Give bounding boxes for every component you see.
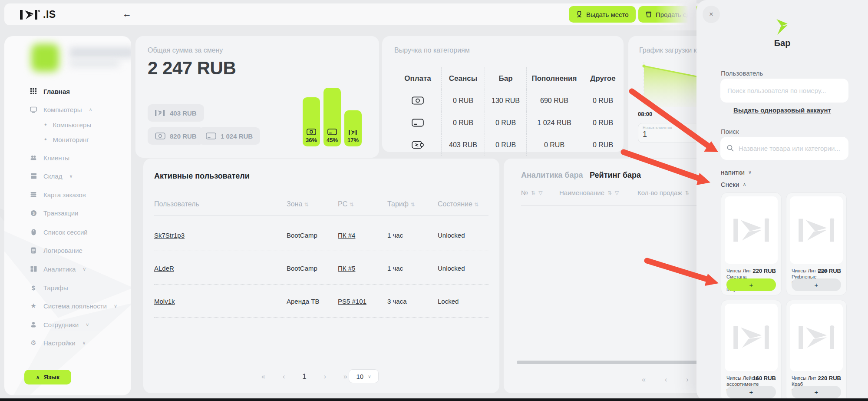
column-header-state[interactable]: Состояние ⇅ <box>438 200 479 208</box>
sort-icon: ⇅ <box>410 202 415 208</box>
column-header-number[interactable]: №⇅▽ <box>521 189 542 196</box>
sidebar-item-staff[interactable]: Сотрудники ∨ <box>30 320 89 329</box>
sidebar-subitem-monitoring[interactable]: • Мониторинг <box>44 135 89 144</box>
column-header-zone[interactable]: Зона ⇅ <box>287 200 309 208</box>
column-header-sales[interactable]: Кол-во продаж⇅ <box>637 189 689 196</box>
user-search-input[interactable] <box>720 79 848 103</box>
person-icon <box>30 321 37 328</box>
revenue-by-category-card: Выручка по категориям Оплата Сеансы Бар … <box>382 36 624 152</box>
drink-cup-icon <box>645 11 652 18</box>
close-icon[interactable]: × <box>703 6 720 23</box>
tab-bar-analytics[interactable]: Аналитика бара <box>521 171 583 180</box>
last-page-button[interactable]: » <box>343 373 347 381</box>
category-snacks[interactable]: Снеки ∧ <box>721 181 746 188</box>
row-divider <box>154 251 488 251</box>
add-to-cart-button[interactable]: + <box>792 278 841 291</box>
pc-link[interactable]: ПК #4 <box>338 232 355 239</box>
chevron-down-icon: ∨ <box>69 173 73 179</box>
card-chip: 1 024 RUB <box>198 127 260 145</box>
pc-link[interactable]: PS5 #101 <box>338 298 366 305</box>
next-page-button[interactable]: › <box>324 373 326 381</box>
issue-seat-button[interactable]: Выдать место <box>569 6 636 23</box>
bar-percent: 17% <box>347 137 359 143</box>
zone-cell: BootCamp <box>287 232 317 239</box>
pc-link[interactable]: ПК #5 <box>338 265 355 272</box>
tab-bar-rating[interactable]: Рейтинг бара <box>590 171 641 180</box>
ri-logo-icon <box>20 9 42 20</box>
dollar-icon: $ <box>30 284 37 292</box>
chevron-down-icon: ∨ <box>86 322 89 328</box>
bar-sale-panel: × Бар Пользователь Выдать одноразовый ак… <box>696 0 868 401</box>
one-time-account-link[interactable]: Выдать одноразовый аккаунт <box>696 106 868 114</box>
prev-page-button[interactable]: ‹ <box>283 373 285 381</box>
sidebar-item-loyalty[interactable]: ★ Система лояльности ∨ <box>30 302 117 310</box>
user-link[interactable]: Molv1k <box>154 298 175 305</box>
user-link[interactable]: Sk7Str1p3 <box>154 232 185 239</box>
sort-icon: ⇅ <box>607 190 612 196</box>
category-drinks[interactable]: напитки ∨ <box>721 169 752 176</box>
table-cell: 0 RUB <box>526 134 582 156</box>
sidebar-item-warehouse[interactable]: Склад ∨ <box>30 172 73 180</box>
sidebar-item-label: Логирование <box>43 247 83 254</box>
sidebar-item-transactions[interactable]: $ Транзакции <box>30 209 78 217</box>
bolt-icon <box>776 19 789 35</box>
zone-cell: Аренда ТВ <box>287 298 319 305</box>
user-link[interactable]: ALdeR <box>154 265 174 272</box>
back-arrow-button[interactable]: ← <box>122 9 132 19</box>
bottom-edge-bar <box>0 398 868 401</box>
add-to-cart-button[interactable]: + <box>726 386 776 398</box>
category-label: напитки <box>721 169 745 176</box>
sidebar-item-analytics[interactable]: Аналитика ∨ <box>30 265 86 273</box>
product-card[interactable]: Чипсы Лит КрабШтука 220 RUB + <box>786 300 847 401</box>
product-search-input[interactable] <box>720 137 848 160</box>
search-field-label: Поиск <box>721 128 739 135</box>
sort-icon: ⇅ <box>685 190 689 196</box>
add-to-cart-button[interactable]: + <box>792 386 841 398</box>
sidebar-item-glavnaya[interactable]: Главная <box>30 87 70 96</box>
next-page-button[interactable]: › <box>686 376 688 384</box>
sidebar-item-clients[interactable]: Клиенты <box>30 153 69 162</box>
category-label: Снеки <box>721 181 739 188</box>
sort-icon: ⇅ <box>474 202 479 208</box>
panel-title: Бар <box>696 38 868 48</box>
bar-percent: 45% <box>327 137 338 143</box>
chevron-down-icon: ∨ <box>748 169 752 175</box>
sidebar-item-label: Склад <box>43 172 62 180</box>
product-card[interactable]: Чипсы Лит Сыр РифленыеШтука 220 RUB + <box>786 192 847 295</box>
sidebar-item-label: Система лояльности <box>43 302 107 310</box>
add-to-cart-button[interactable]: + <box>726 278 776 291</box>
sidebar-item-logging[interactable]: Логирование <box>30 246 83 255</box>
burger-icon <box>30 192 37 198</box>
sidebar-item-order-map[interactable]: Карта заказов <box>30 190 86 199</box>
sidebar-item-label: Компьютеры <box>43 106 82 113</box>
product-image-placeholder <box>725 304 778 371</box>
app-logo: .IS <box>20 9 56 20</box>
topbar-fade-overlay <box>656 0 696 30</box>
column-header-pc[interactable]: PC ⇅ <box>338 200 354 208</box>
page-size-select[interactable]: 10 ∨ <box>349 369 379 383</box>
horizontal-scrollbar[interactable] <box>517 361 701 364</box>
sidebar-item-sessions[interactable]: Список сессий <box>30 228 88 236</box>
bullet-icon: • <box>44 137 47 142</box>
column-header-user[interactable]: Пользователь <box>154 200 199 208</box>
first-page-button[interactable]: « <box>642 376 646 384</box>
prev-page-button[interactable]: ‹ <box>665 376 667 384</box>
sidebar-item-computers[interactable]: Компьютеры ∧ <box>30 105 92 114</box>
column-header-name[interactable]: Наименование⇅▽ <box>559 189 619 196</box>
shift-total-title: Общая сумма за смену <box>148 46 223 54</box>
table-cell: 0 RUB <box>485 134 526 156</box>
product-card[interactable]: Чипсы Лит Сметана зеленьШтука 220 RUB + <box>721 192 782 295</box>
first-page-button[interactable]: « <box>261 373 265 381</box>
sidebar-item-tariffs[interactable]: $ Тарифы <box>30 283 68 292</box>
sidebar-subitem-computers[interactable]: • Компьютеры <box>44 120 91 129</box>
avatar[interactable] <box>31 44 59 72</box>
cash-icon <box>394 89 441 112</box>
product-card[interactable]: Чипсы Лейс в ассортиментеШтука 160 RUB + <box>721 300 782 401</box>
table-cell: 130 RUB <box>485 89 526 112</box>
column-header-tariff[interactable]: Тариф ⇅ <box>387 200 415 208</box>
language-button[interactable]: ∧ Язык <box>24 370 71 384</box>
product-image-placeholder <box>790 304 843 371</box>
stat-value: 1 <box>643 130 702 139</box>
shift-total-card: Общая сумма за смену 2 247 RUB 403 RUB 8… <box>135 36 379 158</box>
sidebar-item-settings[interactable]: ⚙ Настройки ∨ <box>30 338 86 347</box>
